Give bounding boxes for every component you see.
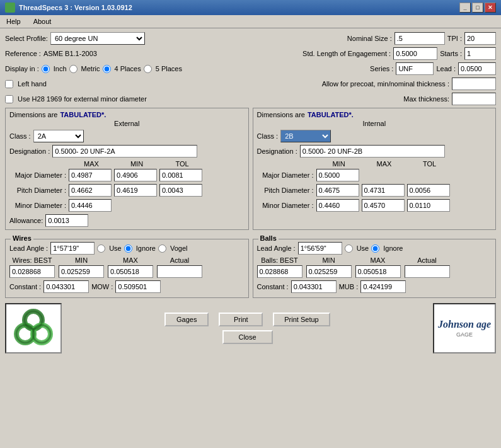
ext-pitch-tol[interactable] (159, 184, 202, 197)
maximize-button[interactable]: □ (472, 3, 483, 13)
window-controls: _ □ ✕ (459, 3, 496, 13)
reference-row: Reference : ASME B1.1-2003 Std. Length o… (5, 47, 496, 60)
minimize-button[interactable]: _ (459, 3, 471, 13)
ext-pitch-max[interactable] (69, 184, 112, 197)
wires-actual-input[interactable] (157, 265, 202, 278)
series-input[interactable] (396, 62, 434, 75)
int-pitch-tol[interactable] (407, 184, 450, 197)
balls-constant-input[interactable] (291, 280, 337, 293)
buttons-area: Gages Print Print Setup Close (62, 313, 433, 344)
use-h28-label: Use H28 1969 for external minor diameter (18, 95, 147, 103)
print-button[interactable]: Print (219, 313, 263, 326)
ext-pitch-min[interactable] (114, 184, 157, 197)
gages-button[interactable]: Gages (164, 313, 209, 326)
external-panel: Dimensions are TABULATED*. External Clas… (5, 108, 249, 230)
metric-radio[interactable] (69, 65, 78, 73)
internal-dim-header: Dimensions are TABULATED*. (257, 111, 492, 118)
use-h28-checkbox[interactable] (5, 95, 13, 103)
external-class-label: Class : (9, 132, 31, 140)
select-profile-label: Select Profile: (5, 35, 48, 42)
4places-radio[interactable] (103, 65, 111, 73)
reference-label: Reference : (5, 50, 41, 57)
wires-max-input[interactable] (108, 265, 153, 278)
external-dim-label: Dimensions are (9, 111, 57, 118)
internal-class-select[interactable]: 2B (280, 130, 331, 142)
select-profile-dropdown[interactable]: 60 degree UN (50, 32, 145, 45)
int-pitch-min[interactable] (316, 184, 359, 197)
int-major-min[interactable] (316, 169, 359, 181)
wires-vogel-radio[interactable] (158, 244, 166, 253)
balls-constant-row: Constant : MUB : (257, 280, 492, 293)
ext-minor-max[interactable] (69, 199, 112, 212)
main-content: Select Profile: 60 degree UN Nominal Siz… (0, 28, 501, 357)
external-designation-input[interactable] (52, 145, 197, 158)
close-button[interactable]: Close (222, 330, 273, 344)
wires-constant-input[interactable] (43, 280, 89, 293)
precoat-input[interactable] (452, 78, 496, 90)
wires-lead-angle-row: Lead Angle : Use Ignore Vogel (9, 242, 245, 255)
internal-designation-input[interactable] (300, 145, 445, 158)
wires-actual-header: Actual (157, 256, 202, 264)
ext-allowance-input[interactable] (45, 214, 88, 227)
ext-pitch-row: Pitch Diameter : (9, 184, 245, 197)
nominal-size-input[interactable] (394, 32, 445, 45)
menu-bar: Help About (0, 15, 501, 28)
balls-ignore-radio[interactable] (371, 244, 379, 253)
wires-lead-angle-input[interactable] (50, 242, 95, 255)
wires-lead-angle-label: Lead Angle : (9, 244, 48, 252)
ext-major-min[interactable] (114, 169, 157, 181)
external-designation-label: Designation : (9, 147, 50, 155)
lead-input[interactable] (458, 62, 496, 75)
balls-actual-input[interactable] (405, 265, 450, 278)
wires-mow-input[interactable] (115, 280, 161, 293)
ext-max-header: MAX (70, 160, 113, 168)
close-window-button[interactable]: ✕ (485, 3, 496, 13)
title-text: ThreadSpecs 3 : Version 1.03.0912 (19, 4, 132, 11)
wires-constant-row: Constant : MOW : (9, 280, 245, 293)
5places-radio[interactable] (144, 65, 152, 73)
wires-use-radio[interactable] (97, 244, 105, 253)
allow-precoat-label: Allow for precoat, min/nominal thickness… (322, 80, 449, 88)
balls-lead-angle-row: Lead Angle : Use Ignore (257, 242, 492, 255)
wires-min-input[interactable] (59, 265, 104, 278)
ext-major-tol[interactable] (159, 169, 202, 181)
external-class-select[interactable]: 2A (33, 130, 84, 142)
about-menu[interactable]: About (30, 16, 55, 26)
ext-minor-row: Minor Diameter : (9, 199, 245, 212)
int-minor-min[interactable] (316, 199, 359, 212)
left-hand-checkbox[interactable] (5, 80, 13, 88)
wires-use-label: Use (109, 244, 122, 252)
int-pitch-max[interactable] (362, 184, 405, 197)
internal-panel-title: Internal (257, 120, 492, 127)
top-buttons: Gages Print Print Setup (164, 313, 330, 326)
starts-input[interactable] (464, 47, 496, 60)
logo-svg (11, 306, 55, 350)
balls-mub-input[interactable] (360, 280, 406, 293)
int-minor-tol[interactable] (407, 199, 450, 212)
wires-best-input[interactable] (9, 265, 55, 278)
max-thickness-input[interactable] (452, 93, 496, 105)
balls-constant-label: Constant : (257, 283, 289, 290)
ext-min-header: MIN (115, 160, 158, 168)
int-max-header: MAX (363, 160, 406, 168)
balls-min-input[interactable] (306, 265, 352, 278)
wires-ignore-radio[interactable] (124, 244, 132, 253)
std-length-input[interactable] (393, 47, 437, 60)
inch-radio[interactable] (42, 65, 50, 73)
int-minor-max[interactable] (362, 199, 405, 212)
profile-row: Select Profile: 60 degree UN Nominal Siz… (5, 32, 496, 45)
balls-mub-label: MUB : (339, 283, 359, 290)
balls-lead-angle-input[interactable] (298, 242, 342, 255)
help-menu[interactable]: Help (3, 16, 25, 26)
tpi-label: TPI : (447, 35, 462, 42)
balls-actual-header: Actual (405, 256, 450, 264)
dimension-panels: Dimensions are TABULATED*. External Clas… (5, 108, 496, 230)
balls-use-radio[interactable] (345, 244, 353, 253)
ext-tol-header: TOL (161, 160, 204, 168)
tpi-input[interactable] (464, 32, 496, 45)
options-row: Left hand Allow for precoat, min/nominal… (5, 78, 496, 90)
print-setup-button[interactable]: Print Setup (273, 313, 330, 326)
balls-best-input[interactable] (257, 265, 302, 278)
balls-max-input[interactable] (355, 265, 401, 278)
ext-major-max[interactable] (69, 169, 112, 181)
